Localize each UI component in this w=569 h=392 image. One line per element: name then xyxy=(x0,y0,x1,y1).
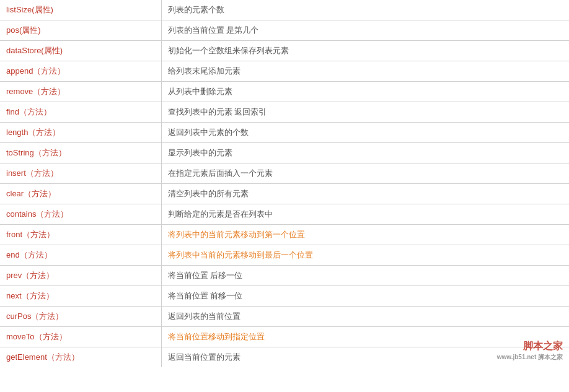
table-cell-desc: 初始化一个空数组来保存列表元素 xyxy=(161,41,569,61)
table-cell-name: clear（方法） xyxy=(0,184,161,204)
table-row: front（方法）将列表中的当前元素移动到第一个位置 xyxy=(0,225,569,245)
table-cell-desc: 返回列表的当前位置 xyxy=(161,307,569,327)
table-cell-desc: 从列表中删除元素 xyxy=(161,82,569,102)
table-cell-name: remove（方法） xyxy=(0,82,161,102)
table-cell-desc: 将当前位置 前移一位 xyxy=(161,286,569,307)
table-cell-name: contains（方法） xyxy=(0,204,161,225)
table-row: remove（方法）从列表中删除元素 xyxy=(0,82,569,102)
table-row: next（方法）将当前位置 前移一位 xyxy=(0,286,569,307)
table-cell-desc: 将列表中当前的元素移动到最后一个位置 xyxy=(161,245,569,266)
table-row: moveTo（方法）将当前位置移动到指定位置 xyxy=(0,327,569,347)
table-row: end（方法）将列表中当前的元素移动到最后一个位置 xyxy=(0,245,569,266)
table-cell-desc: 将列表中的当前元素移动到第一个位置 xyxy=(161,225,569,245)
table-row: toString（方法）显示列表中的元素 xyxy=(0,143,569,163)
table-cell-desc: 查找列表中的元素 返回索引 xyxy=(161,102,569,123)
table-cell-name: prev（方法） xyxy=(0,266,161,286)
table-row: contains（方法）判断给定的元素是否在列表中 xyxy=(0,204,569,225)
table-cell-name: toString（方法） xyxy=(0,143,161,163)
table-row: find（方法）查找列表中的元素 返回索引 xyxy=(0,102,569,123)
table-cell-name: find（方法） xyxy=(0,102,161,123)
table-row: append（方法）给列表末尾添加元素 xyxy=(0,61,569,82)
table-cell-name: moveTo（方法） xyxy=(0,327,161,347)
table-row: getElement（方法）返回当前位置的元素 xyxy=(0,347,569,368)
table-cell-name: pos(属性) xyxy=(0,20,161,41)
watermark-line2: www.jb51.net 脚本之家 xyxy=(497,353,563,361)
table-cell-desc: 清空列表中的所有元素 xyxy=(161,184,569,204)
table-cell-desc: 给列表末尾添加元素 xyxy=(161,61,569,82)
table-row: curPos（方法）返回列表的当前位置 xyxy=(0,307,569,327)
table-row: dataStore(属性)初始化一个空数组来保存列表元素 xyxy=(0,41,569,61)
table-cell-name: getElement（方法） xyxy=(0,347,161,368)
table-cell-desc: 判断给定的元素是否在列表中 xyxy=(161,204,569,225)
table-row: clear（方法）清空列表中的所有元素 xyxy=(0,184,569,204)
table-cell-desc: 返回列表中元素的个数 xyxy=(161,123,569,143)
table-cell-desc: 列表的当前位置 是第几个 xyxy=(161,20,569,41)
table-row: length（方法）返回列表中元素的个数 xyxy=(0,123,569,143)
table-row: prev（方法）将当前位置 后移一位 xyxy=(0,266,569,286)
table-cell-desc: 显示列表中的元素 xyxy=(161,143,569,163)
data-table: listSize(属性)列表的元素个数pos(属性)列表的当前位置 是第几个da… xyxy=(0,0,569,367)
table-cell-desc: 将当前位置 后移一位 xyxy=(161,266,569,286)
table-cell-desc: 在指定元素后面插入一个元素 xyxy=(161,163,569,184)
table-row: insert（方法）在指定元素后面插入一个元素 xyxy=(0,163,569,184)
table-cell-name: front（方法） xyxy=(0,225,161,245)
table-cell-name: length（方法） xyxy=(0,123,161,143)
table-cell-name: append（方法） xyxy=(0,61,161,82)
table-cell-name: dataStore(属性) xyxy=(0,41,161,61)
watermark-line1: 脚本之家 xyxy=(497,340,563,353)
table-row: listSize(属性)列表的元素个数 xyxy=(0,0,569,20)
table-row: pos(属性)列表的当前位置 是第几个 xyxy=(0,20,569,41)
table-cell-name: next（方法） xyxy=(0,286,161,307)
table-cell-name: end（方法） xyxy=(0,245,161,266)
table-cell-name: curPos（方法） xyxy=(0,307,161,327)
watermark: 脚本之家 www.jb51.net 脚本之家 xyxy=(497,340,563,361)
main-container: listSize(属性)列表的元素个数pos(属性)列表的当前位置 是第几个da… xyxy=(0,0,569,367)
table-cell-desc: 列表的元素个数 xyxy=(161,0,569,20)
table-cell-name: insert（方法） xyxy=(0,163,161,184)
table-cell-name: listSize(属性) xyxy=(0,0,161,20)
